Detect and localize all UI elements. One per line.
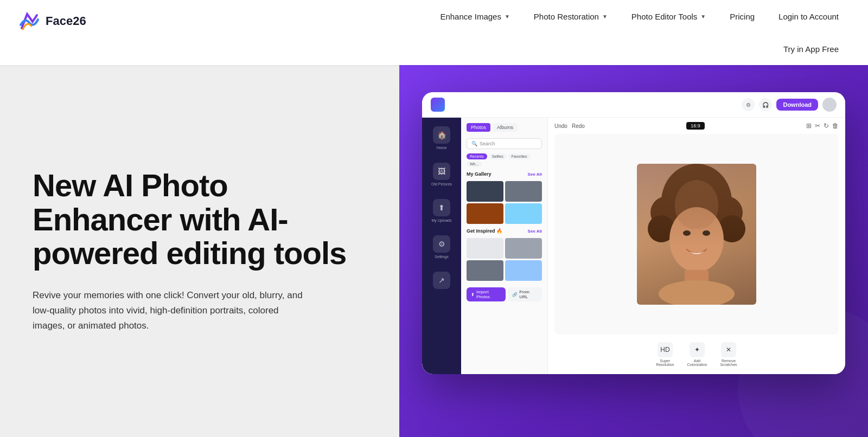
- nav-enhance-images[interactable]: Enhance Images ▼: [428, 0, 521, 33]
- sidebar-item-old-pictures[interactable]: 🖼 Old Pictures: [431, 163, 452, 186]
- gallery-my-gallery-grid: [467, 181, 542, 224]
- hero-title: New AI Photo Enhancer with AI-powered ed…: [33, 169, 373, 271]
- portrait-svg: [637, 164, 756, 305]
- sidebar-label-settings: Settings: [435, 255, 448, 259]
- gear-icon: ⚙: [433, 235, 450, 253]
- link-icon: 🔗: [512, 292, 518, 297]
- filter-more[interactable]: Wh...: [467, 161, 482, 167]
- user-avatar: [822, 98, 837, 112]
- sidebar-item-my-uploads[interactable]: ⬆ My Uploads: [432, 199, 452, 222]
- search-icon: 🔍: [471, 141, 477, 146]
- sidebar-item-home[interactable]: 🏠 Home: [433, 126, 450, 150]
- gallery-panel: Photos Albums 🔍 Search Recents Selfies F…: [461, 118, 548, 374]
- import-row: ⬆ Import Photos 🔗 From URL: [467, 287, 542, 301]
- gallery-my-gallery-title: My Gallery See All: [467, 171, 542, 177]
- tab-photos[interactable]: Photos: [467, 123, 490, 132]
- inspired-thumb-3: [467, 260, 503, 281]
- aspect-ratio-badge[interactable]: 16:9: [686, 122, 705, 130]
- svg-point-6: [683, 230, 691, 236]
- tool-super-resolution[interactable]: HD SuperResolution: [656, 342, 674, 367]
- mockup-download-button[interactable]: Download: [776, 99, 818, 111]
- delete-icon[interactable]: 🗑: [832, 122, 839, 130]
- nav-pricing[interactable]: Pricing: [718, 0, 767, 33]
- import-icon: ⬆: [471, 292, 475, 297]
- gallery-thumb-1: [467, 181, 503, 202]
- see-all-gallery[interactable]: See All: [528, 172, 542, 177]
- mockup-top-right: ⚙ 🎧 Download: [742, 98, 837, 112]
- svg-point-7: [703, 230, 710, 236]
- svg-point-4: [718, 215, 745, 242]
- filter-recents[interactable]: Recents: [467, 153, 487, 159]
- nav-bottom: Try in App Free: [428, 33, 851, 65]
- svg-point-5: [669, 207, 724, 272]
- try-app-button[interactable]: Try in App Free: [771, 44, 851, 54]
- logo-icon: [17, 10, 40, 33]
- editor-photo: [637, 164, 756, 305]
- tool-colorization[interactable]: ✦ AddColorization: [687, 342, 707, 367]
- chevron-down-icon: ▼: [700, 14, 706, 20]
- sidebar-label-my-uploads: My Uploads: [432, 218, 452, 222]
- navigation: Enhance Images ▼ Photo Restoration ▼ Pho…: [428, 0, 851, 65]
- mockup-body: 🏠 Home 🖼 Old Pictures ⬆ My Uploads ⚙ Set…: [422, 118, 845, 374]
- svg-point-9: [659, 280, 735, 305]
- sidebar-label-old-pictures: Old Pictures: [431, 182, 452, 186]
- import-photos-button[interactable]: ⬆ Import Photos: [467, 287, 506, 301]
- gallery-tabs: Photos Albums: [467, 123, 542, 132]
- gallery-thumb-2: [505, 181, 542, 202]
- nav-photo-restoration[interactable]: Photo Restoration ▼: [522, 0, 620, 33]
- see-all-inspired[interactable]: See All: [528, 229, 542, 234]
- svg-point-2: [710, 196, 743, 229]
- sidebar-item-settings[interactable]: ⚙ Settings: [433, 235, 450, 259]
- colorization-label: AddColorization: [687, 359, 707, 367]
- editor-tool-icons: ⊞ ✂ ↻ 🗑: [806, 122, 839, 130]
- filter-favorites[interactable]: Favorites: [508, 153, 531, 159]
- nav-photo-editor-tools[interactable]: Photo Editor Tools ▼: [620, 0, 718, 33]
- logo[interactable]: Face26: [17, 0, 86, 33]
- colorization-icon: ✦: [690, 342, 705, 357]
- inspired-thumb-2: [505, 238, 542, 259]
- svg-point-1: [650, 196, 683, 229]
- tab-albums[interactable]: Albums: [493, 123, 518, 132]
- crop-icon[interactable]: ✂: [815, 122, 820, 130]
- logo-text: Face26: [46, 14, 86, 28]
- scratches-icon: ✕: [721, 342, 736, 357]
- filter-chips: Recents Selfies Favorites Wh...: [467, 153, 542, 167]
- app-mockup: ⚙ 🎧 Download 🏠 Home 🖼 Old Pictures: [422, 92, 845, 374]
- nav-login[interactable]: Login to Account: [767, 0, 851, 33]
- expand-icon: ↗: [433, 272, 450, 289]
- mockup-sidebar: 🏠 Home 🖼 Old Pictures ⬆ My Uploads ⚙ Set…: [422, 118, 461, 374]
- sidebar-item-expand[interactable]: ↗: [433, 272, 450, 289]
- app-preview-section: ⚙ 🎧 Download 🏠 Home 🖼 Old Pictures: [399, 65, 868, 437]
- upload-icon: ⬆: [433, 199, 450, 216]
- filter-selfies[interactable]: Selfies: [489, 153, 507, 159]
- undo-button[interactable]: Undo: [554, 123, 567, 129]
- rotate-icon[interactable]: ↻: [824, 122, 829, 130]
- svg-point-3: [648, 215, 675, 242]
- editor-bottom-tools: HD SuperResolution ✦ AddColorization ✕ R…: [554, 339, 839, 370]
- svg-point-0: [661, 164, 732, 240]
- undo-redo-controls: Undo Redo: [554, 123, 585, 129]
- settings-icon[interactable]: ⚙: [742, 98, 755, 111]
- headphone-icon[interactable]: 🎧: [759, 98, 772, 111]
- gallery-thumb-3: [467, 203, 503, 224]
- gallery-search-bar[interactable]: 🔍 Search: [467, 138, 542, 149]
- sidebar-label-home: Home: [437, 146, 447, 150]
- hero-subtitle: Revive your memories with one click! Con…: [33, 288, 304, 333]
- header: Face26 Enhance Images ▼ Photo Restoratio…: [0, 0, 868, 65]
- grid-icon[interactable]: ⊞: [806, 122, 812, 130]
- nav-top: Enhance Images ▼ Photo Restoration ▼ Pho…: [428, 0, 851, 33]
- chevron-down-icon: ▼: [505, 14, 510, 20]
- inspired-thumb-4: [505, 260, 542, 281]
- gallery-inspired-grid: [467, 238, 542, 281]
- chevron-down-icon: ▼: [602, 14, 608, 20]
- editor-area: Undo Redo 16:9 ⊞ ✂ ↻ 🗑: [548, 118, 845, 374]
- hd-icon: HD: [658, 342, 673, 357]
- remove-scratches-label: RemoveScratches: [720, 359, 737, 367]
- gallery-inspired-title: Get Inspired 🔥 See All: [467, 228, 542, 234]
- tool-remove-scratches[interactable]: ✕ RemoveScratches: [720, 342, 737, 367]
- mockup-app-logo: [431, 98, 445, 112]
- from-url-button[interactable]: 🔗 From URL: [508, 287, 542, 301]
- editor-canvas: [554, 134, 839, 335]
- redo-button[interactable]: Redo: [572, 123, 585, 129]
- old-pictures-icon: 🖼: [433, 163, 450, 180]
